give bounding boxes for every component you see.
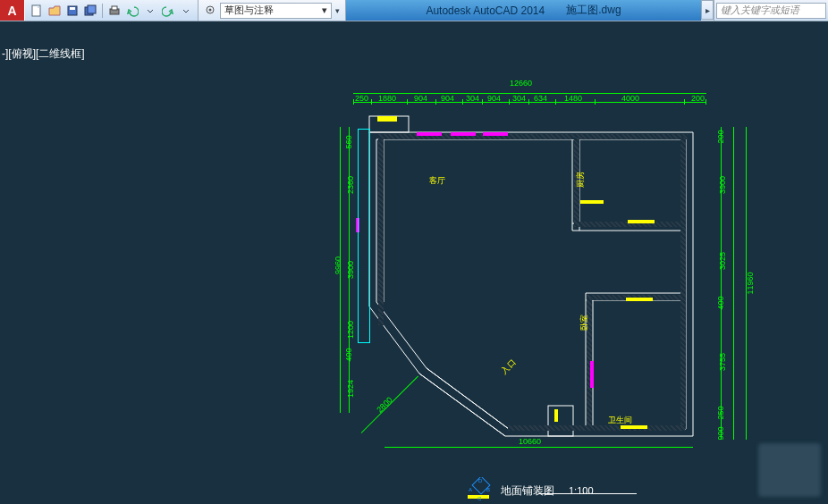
- dim-left-overall: 9960: [334, 256, 342, 274]
- undo-dropdown[interactable]: [142, 3, 158, 19]
- north-a: A: [469, 487, 472, 492]
- viewport-label[interactable]: -][俯视][二维线框]: [2, 46, 85, 62]
- dim-right-overall: 11960: [746, 272, 755, 294]
- hatch: [508, 425, 685, 431]
- dimension-top: 12660 250 1880 904 904 304 904 304 634 1…: [353, 86, 706, 104]
- ribbon-toggle-button[interactable]: ▸: [701, 0, 714, 20]
- symbol-window: [417, 132, 442, 136]
- dim-top-overall: 12660: [510, 79, 532, 88]
- drawing-canvas[interactable]: -][俯视][二维线框] 12660 250 1880 904 904 304 …: [0, 21, 828, 504]
- symbol-window: [590, 361, 594, 388]
- north-c: C: [477, 496, 482, 501]
- view-cube[interactable]: [758, 443, 821, 497]
- titleblock: D A B C 地面铺装图 1:100: [465, 477, 594, 504]
- app-title: Autodesk AutoCAD 2014: [426, 4, 545, 17]
- dim-top-1: 1880: [378, 94, 396, 103]
- app-logo-letter: A: [7, 4, 16, 18]
- drawing-title: 地面铺装图: [501, 483, 554, 499]
- dim-left-0: 560: [344, 135, 353, 148]
- dim-top-3: 904: [441, 94, 454, 103]
- dim-top-4: 304: [466, 94, 479, 103]
- symbol-window: [483, 132, 508, 136]
- dim-top-5: 904: [487, 94, 501, 103]
- workspace-menu-arrow[interactable]: ▾: [335, 6, 340, 15]
- redo-dropdown[interactable]: [178, 3, 194, 19]
- symbol-window: [451, 132, 476, 136]
- dim-top-2: 904: [414, 94, 427, 103]
- svg-rect-19: [548, 406, 573, 436]
- room-label: 卧室: [579, 315, 590, 331]
- saveas-button[interactable]: [82, 3, 98, 19]
- quick-access-toolbar: [25, 0, 199, 21]
- svg-rect-4: [88, 5, 96, 13]
- dim-top-8: 1480: [564, 94, 582, 103]
- svg-rect-2: [70, 7, 75, 10]
- symbol-light: [628, 220, 655, 223]
- print-button[interactable]: [106, 3, 123, 19]
- symbol-light: [377, 116, 397, 122]
- room-label: 客厅: [429, 175, 445, 187]
- drawing-scale: 1:100: [569, 485, 594, 496]
- room-label: 卫生间: [608, 415, 632, 426]
- dim-top-7: 634: [534, 94, 547, 103]
- title-center: Autodesk AutoCAD 2014 施工图.dwg: [346, 0, 701, 21]
- chevron-down-icon: ▾: [322, 4, 327, 16]
- hatch: [680, 138, 686, 429]
- search-wrap: 键入关键字或短语: [714, 0, 828, 21]
- floorplan: [353, 105, 729, 463]
- qat-separator: [102, 4, 103, 18]
- north-d: D: [478, 478, 483, 483]
- symbol-light: [554, 409, 558, 422]
- dim-top-0: 250: [355, 94, 368, 103]
- title-underline: [538, 493, 637, 494]
- dim-left-4: 400: [344, 348, 353, 361]
- svg-rect-6: [112, 6, 117, 10]
- svg-line-21: [427, 368, 509, 429]
- workspace-dropdown[interactable]: 草图与注释 ▾: [220, 3, 332, 19]
- save-button[interactable]: [64, 3, 80, 19]
- workspace-label: 草图与注释: [224, 4, 274, 17]
- search-input[interactable]: 键入关键字或短语: [716, 3, 826, 19]
- titlebar: A 草图与注释 ▾ ▾ Autodesk AutoCAD 2014 施工图.dw…: [0, 0, 828, 21]
- document-name: 施工图.dwg: [566, 3, 621, 18]
- north-b: B: [486, 487, 490, 492]
- symbol-light: [626, 298, 653, 301]
- dim-top-10: 200: [691, 94, 705, 103]
- dim-top-6: 304: [512, 94, 526, 103]
- gear-icon: [204, 4, 216, 18]
- symbol-light: [580, 200, 604, 204]
- hatch: [378, 138, 384, 325]
- app-logo[interactable]: A: [0, 0, 25, 21]
- redo-button[interactable]: [160, 3, 176, 19]
- open-file-button[interactable]: [46, 3, 63, 19]
- room-label: 厨房: [575, 172, 587, 188]
- undo-button[interactable]: [124, 3, 140, 19]
- svg-line-20: [419, 374, 505, 436]
- north-arrow-icon: D A B C: [465, 477, 492, 504]
- dim-top-9: 4000: [621, 94, 639, 103]
- workspace-selector: 草图与注释 ▾ ▾: [199, 0, 346, 21]
- new-file-button[interactable]: [29, 3, 45, 19]
- search-placeholder: 键入关键字或短语: [721, 4, 799, 17]
- svg-point-8: [209, 8, 212, 11]
- balcony-outline: [358, 129, 370, 343]
